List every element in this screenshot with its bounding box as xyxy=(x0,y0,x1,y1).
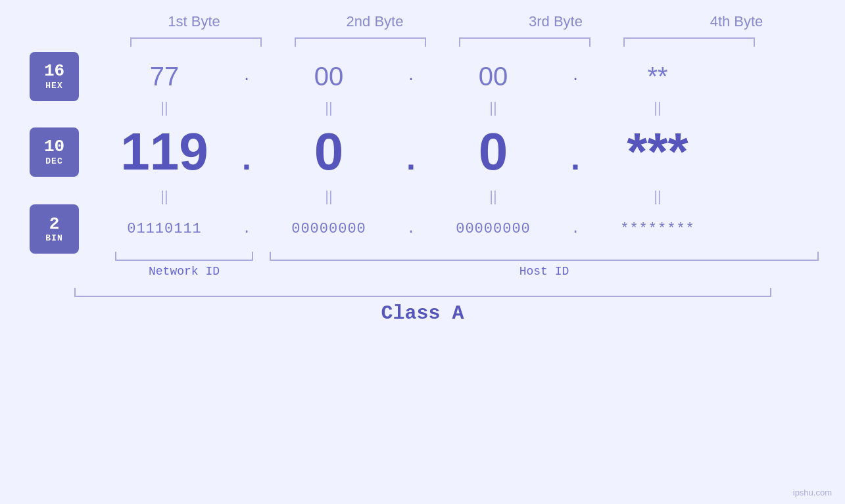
byte4-header: 4th Byte xyxy=(664,13,809,30)
byte1-header: 1st Byte xyxy=(122,13,266,30)
eq2-b2: || xyxy=(256,188,401,205)
hex-dot1: . xyxy=(237,68,256,85)
hex-badge: 16 HEX xyxy=(30,52,79,101)
eq2-b4: || xyxy=(585,188,730,205)
hex-badge-num: 16 xyxy=(44,62,64,81)
bin-dot3: . xyxy=(566,221,585,237)
bin-badge-num: 2 xyxy=(49,215,60,234)
bin-row: 01110111 . 00000000 . 00000000 . *******… xyxy=(92,208,802,250)
eq1-b1: || xyxy=(92,99,237,116)
class-section: Class A xyxy=(0,288,845,325)
bin-b2: 00000000 xyxy=(291,221,366,237)
byte-headers: 1st Byte 2nd Byte 3rd Byte 4th Byte xyxy=(104,13,827,30)
class-bracket xyxy=(74,288,771,297)
bin-badge: 2 BIN xyxy=(30,204,79,254)
dec-b1: 119 xyxy=(120,122,208,182)
hex-badge-label: HEX xyxy=(45,81,62,91)
hex-dot2: . xyxy=(401,68,421,85)
eq2-b3: || xyxy=(421,188,566,205)
dec-row: 119 . 0 . 0 . *** xyxy=(92,119,802,185)
eq1-b3: || xyxy=(421,99,566,116)
bracket-1 xyxy=(130,37,262,47)
bin-b3: 00000000 xyxy=(456,221,531,237)
dec-b4: *** xyxy=(627,122,688,182)
bottom-brackets xyxy=(115,252,819,261)
eq1-b4: || xyxy=(585,99,730,116)
hex-b1: 77 xyxy=(150,62,180,91)
dec-badge-label: DEC xyxy=(45,156,62,166)
full-layout: 16 HEX 10 DEC 2 BIN xyxy=(0,57,845,250)
bin-b1: 01110111 xyxy=(127,221,202,237)
dec-dot1: . xyxy=(237,139,256,177)
watermark: ipshu.com xyxy=(793,488,832,497)
eq1-b2: || xyxy=(256,99,401,116)
badges-column: 16 HEX 10 DEC 2 BIN xyxy=(30,57,79,250)
bin-b4: ******** xyxy=(620,221,695,237)
main-container: 1st Byte 2nd Byte 3rd Byte 4th Byte 16 H… xyxy=(0,0,845,504)
hex-dot3: . xyxy=(566,68,585,85)
byte3-header: 3rd Byte xyxy=(483,13,628,30)
top-brackets xyxy=(104,34,827,47)
id-labels: Network ID Host ID xyxy=(115,265,819,278)
class-label: Class A xyxy=(381,302,464,325)
dec-dot2: . xyxy=(401,139,421,177)
bracket-3 xyxy=(459,37,591,47)
host-id-label: Host ID xyxy=(270,265,819,278)
dec-b2: 0 xyxy=(314,122,344,182)
hex-b3: 00 xyxy=(479,62,508,91)
bin-badge-label: BIN xyxy=(45,233,62,243)
eq-row-2: || || || || xyxy=(92,185,802,208)
eq2-b1: || xyxy=(92,188,237,205)
hex-b4: ** xyxy=(647,62,667,91)
hex-b2: 00 xyxy=(314,62,344,91)
dec-dot3: . xyxy=(566,139,585,177)
host-id-bracket xyxy=(270,252,819,261)
network-id-bracket xyxy=(115,252,253,261)
hex-row: 77 . 00 . 00 . ** xyxy=(92,57,802,96)
network-id-label: Network ID xyxy=(115,265,253,278)
eq-row-1: || || || || xyxy=(92,96,802,119)
bracket-gap xyxy=(253,252,270,261)
bin-dot2: . xyxy=(401,221,421,237)
bin-dot1: . xyxy=(237,221,256,237)
dec-badge: 10 DEC xyxy=(30,127,79,177)
bottom-bracket-area: Network ID Host ID xyxy=(0,252,845,278)
bracket-4 xyxy=(623,37,755,47)
dec-badge-num: 10 xyxy=(44,137,64,156)
byte2-header: 2nd Byte xyxy=(302,13,447,30)
data-rows: 77 . 00 . 00 . ** || || || xyxy=(92,57,802,250)
dec-b3: 0 xyxy=(479,122,508,182)
bracket-2 xyxy=(295,37,426,47)
